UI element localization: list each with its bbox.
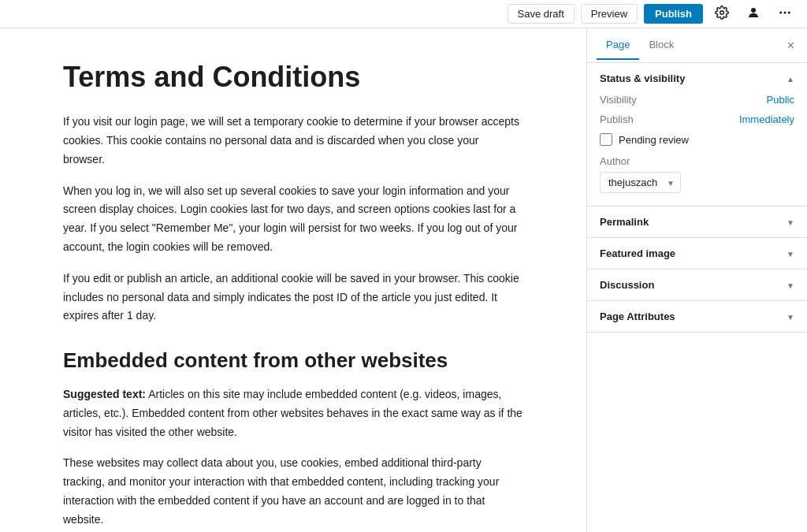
pending-review-label[interactable]: Pending review — [619, 134, 689, 146]
page-attributes-chevron — [787, 311, 794, 322]
page-title: Terms and Conditions — [63, 60, 523, 94]
permalink-title: Permalink — [600, 216, 649, 228]
paragraph-2: When you log in, we will also set up sev… — [63, 182, 523, 257]
author-select-wrapper: thejuszach ▼ — [600, 172, 681, 193]
paragraph-3: If you edit or publish an article, an ad… — [63, 270, 523, 326]
publish-row: Publish Immediately — [600, 113, 794, 125]
pending-review-row: Pending review — [600, 133, 794, 146]
status-visibility-title: Status & visibility — [600, 73, 685, 84]
section-heading-1: Embedded content from other websites — [63, 348, 523, 374]
permalink-section: Permalink — [587, 206, 807, 238]
sidebar-tabs: Page Block × — [587, 28, 807, 63]
featured-image-chevron — [787, 247, 794, 259]
ellipsis-icon — [778, 6, 792, 22]
author-label: Author — [600, 155, 794, 167]
author-section: Author thejuszach ▼ — [600, 155, 794, 193]
permalink-header[interactable]: Permalink — [587, 206, 807, 237]
visibility-label: Visibility — [600, 94, 637, 106]
status-visibility-section: Status & visibility Visibility Public Pu… — [587, 63, 807, 206]
permalink-chevron — [787, 216, 794, 228]
sidebar: Page Block × Status & visibility Visibil… — [586, 28, 807, 532]
toolbar: Save draft Preview Publish — [0, 0, 807, 28]
svg-point-0 — [720, 11, 724, 15]
visibility-row: Visibility Public — [600, 94, 794, 106]
discussion-header[interactable]: Discussion — [587, 270, 807, 300]
section-1-paragraph-2: These websites may collect data about yo… — [63, 454, 523, 529]
author-select[interactable]: thejuszach — [600, 172, 681, 193]
tab-block[interactable]: Block — [639, 31, 683, 60]
gear-icon — [715, 6, 729, 22]
discussion-title: Discussion — [600, 279, 654, 291]
sidebar-close-button[interactable]: × — [784, 36, 798, 55]
section-1-paragraph-1: Suggested text: Articles on this site ma… — [63, 385, 523, 441]
featured-image-section: Featured image — [587, 238, 807, 270]
page-attributes-header[interactable]: Page Attributes — [587, 301, 807, 332]
featured-image-title: Featured image — [600, 247, 675, 259]
visibility-value[interactable]: Public — [767, 94, 794, 106]
discussion-section: Discussion — [587, 270, 807, 301]
discussion-chevron — [787, 279, 794, 291]
status-visibility-header[interactable]: Status & visibility — [587, 63, 807, 94]
save-draft-button[interactable]: Save draft — [508, 4, 575, 24]
preview-button[interactable]: Preview — [581, 4, 638, 24]
suggested-label-1: Suggested text: — [63, 388, 146, 400]
paragraph-1: If you visit our login page, we will set… — [63, 113, 523, 169]
status-visibility-content: Visibility Public Publish Immediately Pe… — [587, 94, 807, 206]
publish-button[interactable]: Publish — [644, 4, 703, 24]
featured-image-header[interactable]: Featured image — [587, 238, 807, 269]
svg-point-1 — [751, 8, 756, 13]
user-icon — [746, 6, 761, 22]
settings-button[interactable] — [709, 2, 734, 27]
user-button[interactable] — [741, 2, 766, 27]
layout: Terms and Conditions If you visit our lo… — [0, 28, 807, 532]
svg-point-3 — [784, 12, 787, 14]
status-visibility-chevron — [787, 73, 794, 84]
main-content: Terms and Conditions If you visit our lo… — [0, 28, 586, 532]
svg-point-2 — [779, 12, 782, 14]
tab-page[interactable]: Page — [597, 31, 639, 60]
svg-point-4 — [788, 12, 790, 14]
page-attributes-section: Page Attributes — [587, 301, 807, 333]
page-attributes-title: Page Attributes — [600, 311, 675, 322]
publish-label: Publish — [600, 113, 634, 125]
more-options-button[interactable] — [772, 2, 798, 27]
publish-value[interactable]: Immediately — [739, 113, 794, 125]
pending-review-checkbox[interactable] — [600, 133, 612, 146]
